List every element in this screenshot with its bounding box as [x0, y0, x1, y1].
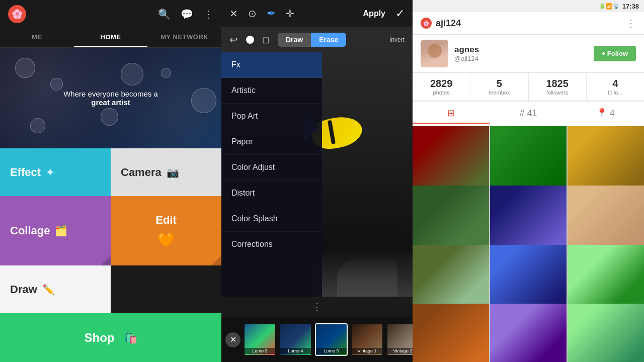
close-icon[interactable]: ✕ [229, 8, 238, 20]
profile-info: agnes @aji124 + Follow [413, 35, 644, 73]
more-icon[interactable]: ⋮ [203, 8, 213, 20]
app-username: aji124 [436, 18, 461, 29]
tab-bar: ME HOME MY NETWORK [0, 28, 221, 48]
drop-6 [30, 118, 45, 133]
effect-corrections[interactable]: Corrections [221, 232, 322, 257]
menu-item-effect[interactable]: Effect ✦ [0, 148, 111, 196]
menu-item-shop[interactable]: Shop 🛍️ [0, 313, 221, 362]
thumb-vintage2-label: Vintage 2 [387, 348, 413, 354]
at-username: @aji124 [454, 55, 588, 62]
menu-item-camera[interactable]: Camera 📷 [111, 148, 221, 196]
stat-photos-label: photos [417, 89, 466, 96]
checkmark-icon[interactable]: ✓ [395, 7, 405, 20]
profile-more-button[interactable]: ⋮ [626, 17, 636, 29]
thumbnail-strip: ✕ Lomo 3 Lomo 4 Lomo 5 Vintage 1 Vintage… [221, 317, 413, 362]
drop-3 [101, 108, 118, 126]
grid-photo-10[interactable] [413, 304, 489, 362]
pen-icon[interactable]: ✒ [267, 7, 276, 20]
stat-following-num: 4 [591, 78, 640, 89]
more-dots[interactable]: ⋮ [221, 297, 413, 317]
move-icon[interactable]: ✛ [286, 8, 294, 20]
erase-toggle[interactable]: Erase [311, 33, 346, 47]
thumb-vintage1[interactable]: Vintage 1 [351, 323, 383, 356]
collage-icon: 🗂️ [55, 225, 67, 237]
grid-photo-11[interactable] [490, 304, 567, 362]
drop-2 [50, 78, 63, 90]
stat-photos[interactable]: 2829 photos [413, 73, 470, 101]
thumb-vintage1-label: Vintage 1 [352, 348, 382, 354]
rock-2 [337, 256, 397, 297]
edit-icon: 🧡 [157, 232, 175, 248]
view-tabs: ⊞ # 41 📍 4 [413, 102, 644, 126]
effect-artistic[interactable]: Artistic [221, 78, 322, 104]
thumb-vintage2[interactable]: Vintage 2 [386, 323, 413, 356]
stat-membox-label: membox [474, 89, 524, 96]
right-panel: 🔋📶📡 17:38 🌸 aji124 ⋮ agnes @aji124 [413, 0, 644, 362]
avatar-face [428, 44, 442, 58]
drop-5 [191, 88, 216, 113]
effect-paper[interactable]: Paper [221, 129, 322, 155]
corner-triangle [101, 255, 111, 265]
stat-followers-label: followers [533, 89, 582, 96]
shop-label: Shop [85, 331, 115, 345]
stat-followers[interactable]: 1825 followers [529, 73, 587, 101]
target-icon[interactable]: ⊙ [248, 8, 257, 20]
view-tab-grid[interactable]: ⊞ [413, 104, 490, 124]
view-tab-location[interactable]: 📍 4 [567, 104, 644, 124]
location-icon: 📍 4 [596, 108, 615, 119]
photo-area: Fx Artistic Pop Art Paper Color Adjust D… [221, 52, 413, 297]
camera-label: Camera [121, 166, 162, 179]
stat-membox[interactable]: 5 membox [470, 73, 528, 101]
thumb-lomo3-label: Lomo 3 [245, 348, 275, 354]
thumb-lomo3[interactable]: Lomo 3 [244, 323, 276, 356]
editor-toolbar: ✕ ⊙ ✒ ✛ Apply ✓ [221, 0, 413, 27]
thumb-lomo5[interactable]: Lomo 5 [315, 323, 348, 356]
stat-followers-num: 1825 [533, 78, 582, 89]
drop-7 [121, 63, 143, 85]
effect-color-adjust[interactable]: Color Adjust [221, 155, 322, 180]
stat-following-label: follo... [591, 89, 640, 96]
avatar-img [421, 40, 448, 67]
menu-item-edit[interactable]: Edit 🧡 [111, 196, 221, 265]
effect-icon: ✦ [46, 166, 54, 178]
profile-name-row: 🌸 aji124 [421, 18, 461, 29]
effect-distort[interactable]: Distort [221, 180, 322, 206]
messages-icon[interactable]: 💬 [181, 8, 193, 20]
view-tab-hash[interactable]: # 41 [490, 104, 567, 124]
effect-pop-art[interactable]: Pop Art [221, 104, 322, 129]
apply-button[interactable]: Apply [359, 7, 389, 20]
tab-me[interactable]: ME [0, 28, 74, 47]
brush-size[interactable] [246, 36, 254, 44]
undo-button[interactable]: ↩ [229, 34, 238, 46]
hash-icon: # 41 [519, 108, 537, 119]
draw-label: Draw [10, 283, 37, 296]
menu-item-collage[interactable]: Collage 🗂️ [0, 196, 111, 265]
grid-photo-12[interactable] [568, 304, 644, 362]
draw-icon: ✏️ [42, 284, 55, 296]
avatar [421, 40, 448, 67]
stat-following[interactable]: 4 follo... [587, 73, 644, 101]
draw-erase-toggle: Draw Erase [278, 33, 346, 47]
status-icons: 🔋📶📡 [599, 3, 620, 10]
search-icon[interactable]: 🔍 [158, 8, 171, 20]
draw-toggle[interactable]: Draw [278, 33, 311, 47]
grid-icon: ⊞ [447, 108, 455, 119]
top-nav: 🌸 🔍 💬 ⋮ [0, 0, 221, 28]
erase-icon[interactable]: ◻ [262, 34, 270, 45]
thumb-lomo4[interactable]: Lomo 4 [279, 323, 312, 356]
effect-color-splash[interactable]: Color Splash [221, 206, 322, 232]
brush-toolbar: ↩ ◻ Draw Erase Invert [221, 27, 413, 52]
status-time: 17:38 [622, 3, 639, 10]
follow-button[interactable]: + Follow [594, 46, 636, 61]
thumb-lomo5-label: Lomo 5 [316, 348, 347, 354]
banner-tagline-2: great artist [91, 98, 130, 107]
thumb-close-button[interactable]: ✕ [225, 332, 240, 347]
tab-network[interactable]: MY NETWORK [147, 28, 221, 47]
effect-fx[interactable]: Fx [221, 52, 322, 78]
menu-item-draw[interactable]: Draw ✏️ [0, 265, 111, 313]
invert-button[interactable]: Invert [389, 36, 405, 43]
banner-text: Where everyone becomes a great artist [63, 89, 158, 107]
edit-label: Edit [155, 214, 177, 227]
app-logo[interactable]: 🌸 [8, 5, 26, 23]
tab-home[interactable]: HOME [74, 28, 148, 47]
